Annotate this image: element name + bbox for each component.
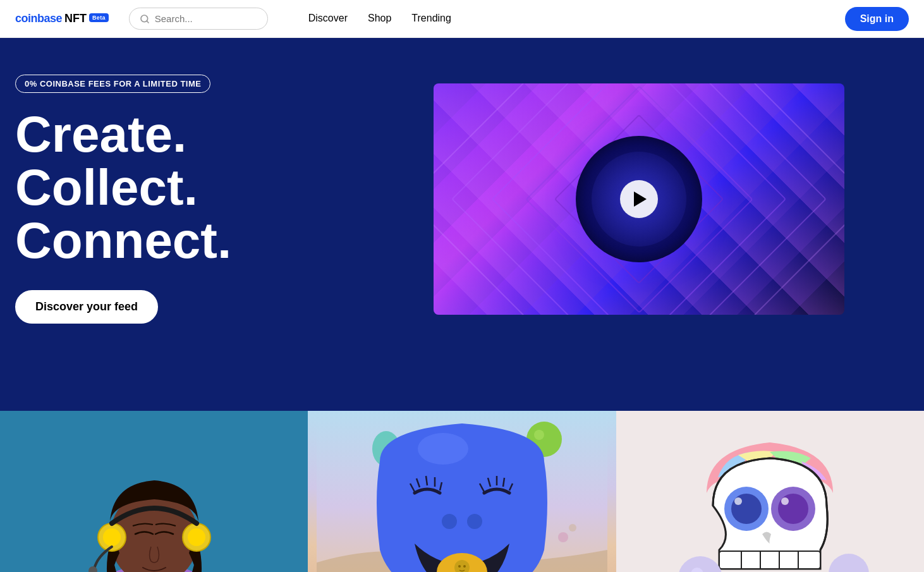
search-input[interactable] bbox=[155, 13, 257, 24]
card-2-image bbox=[308, 411, 616, 572]
nft-card-1[interactable] bbox=[0, 411, 308, 572]
nav-shop[interactable]: Shop bbox=[368, 13, 391, 24]
navbar: coinbase NFT Beta Discover Shop Trending… bbox=[0, 0, 924, 38]
svg-point-9 bbox=[188, 528, 205, 546]
svg-point-40 bbox=[731, 494, 762, 524]
beta-badge: Beta bbox=[89, 13, 109, 22]
card-1-image bbox=[0, 411, 308, 572]
svg-rect-44 bbox=[719, 551, 820, 569]
svg-point-16 bbox=[534, 430, 544, 440]
card-3-image bbox=[616, 411, 924, 572]
svg-point-43 bbox=[781, 497, 789, 505]
discover-feed-button[interactable]: Discover your feed bbox=[15, 290, 158, 324]
svg-point-34 bbox=[463, 565, 466, 568]
search-icon bbox=[140, 14, 150, 24]
svg-point-35 bbox=[558, 532, 568, 542]
sign-in-button[interactable]: Sign in bbox=[845, 7, 909, 31]
nav-discover[interactable]: Discover bbox=[308, 13, 348, 24]
logo-wordmark: coinbase NFT Beta bbox=[15, 12, 109, 25]
cards-section bbox=[0, 411, 924, 572]
svg-point-29 bbox=[467, 514, 482, 529]
svg-line-1 bbox=[147, 21, 149, 23]
play-icon bbox=[634, 192, 647, 207]
play-button[interactable] bbox=[620, 180, 658, 218]
hero-right bbox=[369, 83, 909, 315]
svg-point-42 bbox=[734, 497, 742, 505]
hero-video-thumbnail[interactable] bbox=[434, 83, 844, 315]
nav-trending[interactable]: Trending bbox=[411, 13, 451, 24]
fee-badge: 0% COINBASE FEES FOR A LIMITED TIME bbox=[15, 75, 210, 93]
headline-line1: Create. bbox=[15, 108, 344, 161]
nft-card-2[interactable] bbox=[308, 411, 616, 572]
svg-point-36 bbox=[569, 524, 576, 532]
logo-nft: NFT bbox=[64, 12, 87, 25]
hero-spacer bbox=[0, 360, 924, 411]
nft-card-3[interactable] bbox=[616, 411, 924, 572]
headline-line3: Connect. bbox=[15, 214, 344, 267]
svg-point-17 bbox=[418, 433, 468, 465]
nav-links: Discover Shop Trending bbox=[293, 0, 466, 38]
svg-point-28 bbox=[442, 514, 457, 529]
logo-link[interactable]: coinbase NFT Beta bbox=[15, 12, 109, 25]
hero-headline: Create. Collect. Connect. bbox=[15, 108, 344, 267]
hero-section: 0% COINBASE FEES FOR A LIMITED TIME Crea… bbox=[0, 38, 924, 360]
diamond-pattern bbox=[434, 83, 844, 315]
svg-point-7 bbox=[103, 528, 121, 546]
svg-point-41 bbox=[778, 494, 808, 524]
search-bar[interactable] bbox=[129, 8, 268, 30]
logo-cb: coinbase bbox=[15, 12, 62, 25]
hero-left: 0% COINBASE FEES FOR A LIMITED TIME Crea… bbox=[15, 75, 344, 324]
svg-point-33 bbox=[458, 565, 461, 568]
headline-line2: Collect. bbox=[15, 161, 344, 214]
